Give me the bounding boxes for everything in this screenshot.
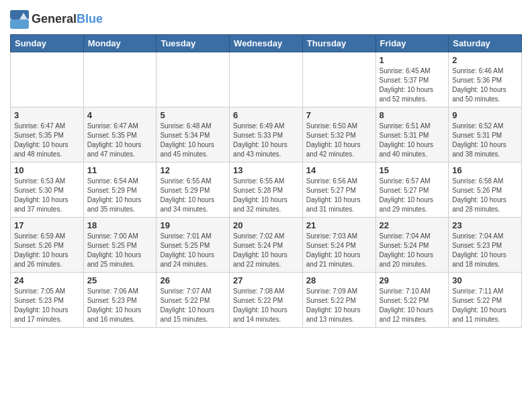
day-number: 22 (380, 220, 445, 230)
calendar-cell: 27Sunrise: 7:08 AMSunset: 5:22 PMDayligh… (230, 273, 303, 328)
calendar-week-row: 1Sunrise: 6:45 AMSunset: 5:37 PMDaylight… (11, 52, 522, 107)
day-info: Sunrise: 7:04 AMSunset: 5:23 PMDaylight:… (452, 232, 518, 269)
logo: GeneralBlue (10, 10, 103, 29)
day-number: 15 (380, 165, 445, 175)
day-number: 20 (233, 220, 299, 230)
day-info: Sunrise: 6:47 AMSunset: 5:35 PMDaylight:… (87, 122, 153, 159)
calendar-cell: 23Sunrise: 7:04 AMSunset: 5:23 PMDayligh… (449, 218, 522, 273)
day-number: 4 (87, 110, 153, 120)
weekday-header-row: SundayMondayTuesdayWednesdayThursdayFrid… (11, 35, 522, 52)
calendar-cell: 22Sunrise: 7:04 AMSunset: 5:24 PMDayligh… (375, 218, 449, 273)
day-number: 7 (306, 110, 372, 120)
day-number: 24 (14, 275, 80, 285)
calendar-cell: 10Sunrise: 6:53 AMSunset: 5:30 PMDayligh… (11, 163, 84, 218)
calendar-cell: 3Sunrise: 6:47 AMSunset: 5:35 PMDaylight… (11, 107, 84, 163)
day-info: Sunrise: 6:54 AMSunset: 5:29 PMDaylight:… (87, 177, 153, 214)
calendar-week-row: 17Sunrise: 6:59 AMSunset: 5:26 PMDayligh… (11, 218, 522, 273)
day-info: Sunrise: 7:11 AMSunset: 5:22 PMDaylight:… (452, 287, 518, 324)
calendar-cell: 29Sunrise: 7:10 AMSunset: 5:22 PMDayligh… (375, 273, 449, 328)
day-info: Sunrise: 6:53 AMSunset: 5:30 PMDaylight:… (14, 177, 80, 214)
day-number: 29 (380, 275, 445, 285)
day-info: Sunrise: 7:08 AMSunset: 5:22 PMDaylight:… (233, 287, 299, 324)
day-info: Sunrise: 6:51 AMSunset: 5:31 PMDaylight:… (380, 122, 445, 159)
calendar-cell (230, 52, 303, 107)
day-info: Sunrise: 7:02 AMSunset: 5:24 PMDaylight:… (233, 232, 299, 269)
day-number: 14 (306, 165, 372, 175)
day-number: 25 (87, 275, 153, 285)
calendar-cell (11, 52, 84, 107)
day-info: Sunrise: 6:46 AMSunset: 5:36 PMDaylight:… (452, 66, 518, 104)
day-info: Sunrise: 7:07 AMSunset: 5:22 PMDaylight:… (160, 287, 226, 324)
day-info: Sunrise: 6:45 AMSunset: 5:37 PMDaylight:… (380, 66, 445, 104)
svg-rect-1 (10, 19, 29, 29)
calendar-body: 1Sunrise: 6:45 AMSunset: 5:37 PMDaylight… (11, 52, 522, 328)
day-number: 1 (380, 55, 445, 65)
day-info: Sunrise: 7:04 AMSunset: 5:24 PMDaylight:… (380, 232, 445, 269)
weekday-header-saturday: Saturday (449, 35, 522, 52)
day-number: 21 (306, 220, 372, 230)
calendar-cell (157, 52, 230, 107)
day-info: Sunrise: 6:55 AMSunset: 5:29 PMDaylight:… (160, 177, 226, 214)
day-number: 12 (160, 165, 226, 175)
calendar-cell: 2Sunrise: 6:46 AMSunset: 5:36 PMDaylight… (449, 52, 522, 107)
day-info: Sunrise: 6:52 AMSunset: 5:31 PMDaylight:… (452, 122, 518, 159)
calendar-cell: 30Sunrise: 7:11 AMSunset: 5:22 PMDayligh… (449, 273, 522, 328)
calendar-cell: 26Sunrise: 7:07 AMSunset: 5:22 PMDayligh… (157, 273, 230, 328)
day-info: Sunrise: 7:06 AMSunset: 5:23 PMDaylight:… (87, 287, 153, 324)
logo-icon (10, 10, 29, 29)
calendar-week-row: 24Sunrise: 7:05 AMSunset: 5:23 PMDayligh… (11, 273, 522, 328)
day-number: 9 (452, 110, 518, 120)
day-number: 30 (452, 275, 518, 285)
calendar-cell: 12Sunrise: 6:55 AMSunset: 5:29 PMDayligh… (157, 163, 230, 218)
weekday-header-monday: Monday (83, 35, 157, 52)
day-number: 17 (14, 220, 80, 230)
day-info: Sunrise: 6:57 AMSunset: 5:27 PMDaylight:… (380, 177, 445, 214)
calendar-cell: 8Sunrise: 6:51 AMSunset: 5:31 PMDaylight… (375, 107, 449, 163)
logo-line1: GeneralBlue (32, 13, 103, 26)
calendar-cell: 1Sunrise: 6:45 AMSunset: 5:37 PMDaylight… (375, 52, 449, 107)
calendar-cell: 28Sunrise: 7:09 AMSunset: 5:22 PMDayligh… (302, 273, 375, 328)
day-info: Sunrise: 6:48 AMSunset: 5:34 PMDaylight:… (160, 122, 226, 159)
calendar-cell: 17Sunrise: 6:59 AMSunset: 5:26 PMDayligh… (11, 218, 84, 273)
weekday-header-tuesday: Tuesday (157, 35, 230, 52)
day-info: Sunrise: 6:56 AMSunset: 5:27 PMDaylight:… (306, 177, 372, 214)
calendar-cell (302, 52, 375, 107)
day-number: 3 (14, 110, 80, 120)
day-info: Sunrise: 7:10 AMSunset: 5:22 PMDaylight:… (380, 287, 445, 324)
weekday-header-sunday: Sunday (11, 35, 84, 52)
calendar-cell: 13Sunrise: 6:55 AMSunset: 5:28 PMDayligh… (230, 163, 303, 218)
day-number: 16 (452, 165, 518, 175)
day-number: 11 (87, 165, 153, 175)
day-number: 26 (160, 275, 226, 285)
calendar-table: SundayMondayTuesdayWednesdayThursdayFrid… (10, 34, 522, 328)
calendar-cell: 18Sunrise: 7:00 AMSunset: 5:25 PMDayligh… (83, 218, 157, 273)
day-info: Sunrise: 6:58 AMSunset: 5:26 PMDaylight:… (452, 177, 518, 214)
day-info: Sunrise: 6:49 AMSunset: 5:33 PMDaylight:… (233, 122, 299, 159)
day-info: Sunrise: 7:00 AMSunset: 5:25 PMDaylight:… (87, 232, 153, 269)
day-number: 23 (452, 220, 518, 230)
logo-text: GeneralBlue (32, 13, 103, 26)
day-number: 8 (380, 110, 445, 120)
calendar-week-row: 3Sunrise: 6:47 AMSunset: 5:35 PMDaylight… (11, 107, 522, 163)
day-number: 5 (160, 110, 226, 120)
weekday-header-wednesday: Wednesday (230, 35, 303, 52)
calendar-cell: 24Sunrise: 7:05 AMSunset: 5:23 PMDayligh… (11, 273, 84, 328)
day-number: 19 (160, 220, 226, 230)
calendar-cell: 9Sunrise: 6:52 AMSunset: 5:31 PMDaylight… (449, 107, 522, 163)
day-info: Sunrise: 6:47 AMSunset: 5:35 PMDaylight:… (14, 122, 80, 159)
calendar-cell: 19Sunrise: 7:01 AMSunset: 5:25 PMDayligh… (157, 218, 230, 273)
day-info: Sunrise: 6:50 AMSunset: 5:32 PMDaylight:… (306, 122, 372, 159)
calendar-cell: 6Sunrise: 6:49 AMSunset: 5:33 PMDaylight… (230, 107, 303, 163)
calendar-cell: 14Sunrise: 6:56 AMSunset: 5:27 PMDayligh… (302, 163, 375, 218)
weekday-header-friday: Friday (375, 35, 449, 52)
calendar-cell: 20Sunrise: 7:02 AMSunset: 5:24 PMDayligh… (230, 218, 303, 273)
day-info: Sunrise: 7:03 AMSunset: 5:24 PMDaylight:… (306, 232, 372, 269)
day-info: Sunrise: 7:09 AMSunset: 5:22 PMDaylight:… (306, 287, 372, 324)
calendar-cell: 4Sunrise: 6:47 AMSunset: 5:35 PMDaylight… (83, 107, 157, 163)
calendar-week-row: 10Sunrise: 6:53 AMSunset: 5:30 PMDayligh… (11, 163, 522, 218)
day-number: 28 (306, 275, 372, 285)
day-number: 27 (233, 275, 299, 285)
day-info: Sunrise: 6:59 AMSunset: 5:26 PMDaylight:… (14, 232, 80, 269)
day-number: 6 (233, 110, 299, 120)
day-number: 13 (233, 165, 299, 175)
